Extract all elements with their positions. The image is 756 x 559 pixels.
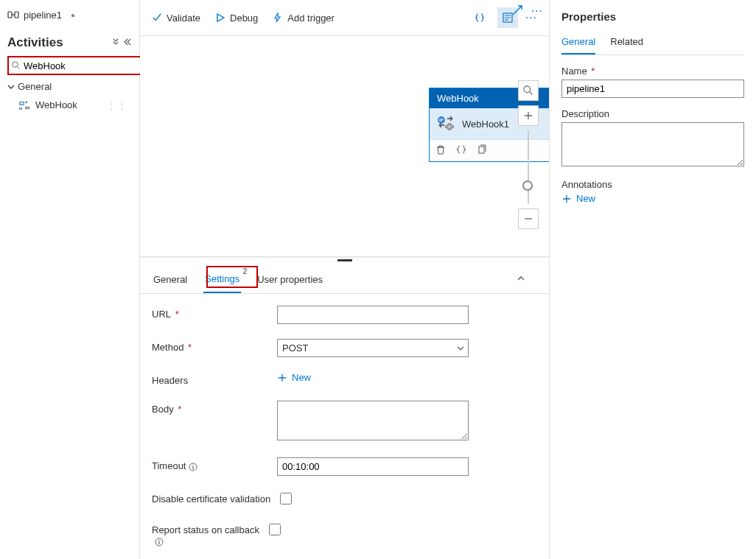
zoom-out-button[interactable]	[518, 208, 539, 229]
svg-point-6	[27, 107, 29, 109]
properties-title: Properties	[561, 10, 744, 23]
search-icon	[12, 61, 21, 70]
add-trigger-label: Add trigger	[287, 13, 335, 24]
body-label: Body	[152, 404, 174, 415]
settings-form: URL * Method * POST Headers New Body * T…	[140, 294, 549, 559]
search-icon	[523, 85, 533, 96]
plus-icon	[524, 111, 533, 120]
add-header-button[interactable]: New	[277, 372, 469, 383]
minus-icon	[524, 214, 533, 223]
svg-rect-0	[8, 12, 12, 18]
disable-cert-label: Disable certificate validation	[152, 493, 270, 504]
tab-general[interactable]: General	[152, 270, 189, 292]
pipeline-tab[interactable]: pipeline1 ●	[7, 6, 132, 28]
activities-sidebar: pipeline1 ● Activities General	[0, 0, 140, 559]
prop-tab-related[interactable]: Related	[610, 33, 643, 55]
drag-handle-icon[interactable]: ⋮⋮	[107, 99, 127, 110]
tab-settings[interactable]: Settings 2	[203, 269, 241, 293]
prop-name-label: Name	[561, 66, 587, 77]
clone-node-icon[interactable]	[477, 144, 487, 157]
plus-icon	[561, 194, 572, 204]
unsaved-indicator-icon: ●	[71, 11, 75, 19]
prop-annotations-label: Annotations	[561, 179, 744, 190]
chevron-down-icon	[7, 83, 15, 91]
zoom-fit-button[interactable]	[518, 80, 539, 101]
zoom-slider[interactable]	[528, 130, 529, 204]
collapse-settings-icon[interactable]	[517, 270, 537, 292]
expand-icon[interactable]	[512, 5, 522, 18]
zoom-thumb[interactable]	[522, 180, 533, 191]
pipeline-tab-title: pipeline1	[24, 10, 62, 21]
group-general[interactable]: General	[7, 75, 132, 96]
group-general-label: General	[18, 81, 52, 92]
check-icon	[152, 13, 162, 23]
activities-search-input[interactable]	[24, 60, 147, 71]
braces-icon	[475, 13, 485, 23]
hide-panel-icon[interactable]	[123, 38, 132, 49]
collapse-all-icon[interactable]	[111, 38, 120, 49]
validate-label: Validate	[167, 13, 200, 24]
activity-webhook[interactable]: WebHook ⋮⋮	[15, 96, 132, 113]
svg-rect-14	[452, 125, 454, 128]
report-status-checkbox[interactable]	[269, 524, 281, 535]
timeout-label: Timeout	[152, 460, 186, 471]
debug-label: Debug	[230, 13, 258, 24]
trigger-icon	[273, 13, 283, 23]
timeout-input[interactable]	[277, 457, 469, 476]
activities-title: Activities	[7, 35, 63, 50]
debug-button[interactable]: Debug	[215, 13, 258, 24]
activities-search[interactable]	[7, 56, 132, 75]
url-label: URL	[152, 309, 171, 320]
add-annotation-button[interactable]: New	[561, 193, 744, 204]
activity-webhook-label: WebHook	[35, 99, 77, 110]
webhook-activity-icon	[19, 100, 31, 110]
svg-point-10	[448, 125, 451, 128]
node-code-icon[interactable]	[456, 144, 466, 157]
add-trigger-button[interactable]: Add trigger	[273, 13, 335, 24]
main-panel: ··· Validate Debug Add trigger	[140, 0, 550, 559]
tab-settings-label: Settings	[205, 273, 239, 284]
prop-desc-textarea[interactable]	[561, 122, 744, 166]
pipeline-toolbar: Validate Debug Add trigger ···	[140, 0, 549, 36]
pipeline-canvas[interactable]: WebHook WebHook1	[140, 36, 549, 257]
report-status-label: Report status on callback	[152, 524, 259, 535]
info-icon[interactable]	[189, 463, 197, 471]
tab-user-properties[interactable]: User properties	[256, 270, 324, 292]
prop-desc-label: Description	[561, 108, 744, 119]
code-view-button[interactable]	[469, 7, 490, 28]
pipeline-icon	[7, 9, 19, 21]
method-select[interactable]: POST	[277, 339, 469, 357]
svg-point-17	[524, 86, 531, 93]
svg-rect-11	[448, 123, 451, 124]
svg-point-2	[13, 62, 18, 68]
info-icon[interactable]	[155, 538, 164, 546]
zoom-controls	[518, 80, 539, 233]
svg-rect-1	[15, 12, 18, 18]
properties-panel-icon	[503, 13, 513, 23]
svg-rect-15	[479, 147, 484, 153]
tab-settings-badge: 2	[243, 267, 248, 275]
validate-button[interactable]: Validate	[152, 13, 200, 24]
panel-resize-handle[interactable]	[140, 257, 549, 263]
activity-settings-tabs: General Settings 2 User properties	[140, 263, 549, 294]
body-textarea[interactable]	[277, 401, 469, 440]
method-label: Method	[152, 342, 183, 353]
add-header-label: New	[292, 372, 311, 383]
prop-name-input[interactable]	[561, 80, 744, 98]
delete-node-icon[interactable]	[435, 144, 446, 157]
prop-tab-general[interactable]: General	[561, 33, 595, 55]
node-name-label: WebHook1	[462, 119, 509, 130]
webhook-node-icon	[437, 116, 455, 132]
play-icon	[215, 13, 225, 23]
svg-rect-4	[21, 102, 24, 104]
add-annotation-label: New	[576, 193, 595, 204]
disable-cert-checkbox[interactable]	[280, 493, 292, 504]
svg-rect-13	[445, 125, 447, 128]
svg-rect-12	[448, 129, 451, 130]
url-input[interactable]	[277, 306, 469, 324]
zoom-in-button[interactable]	[518, 105, 539, 126]
headers-label: Headers	[152, 375, 188, 386]
more-icon[interactable]: ···	[531, 4, 543, 18]
properties-panel: Properties General Related Name * Descri…	[550, 0, 756, 559]
plus-icon	[277, 373, 287, 383]
